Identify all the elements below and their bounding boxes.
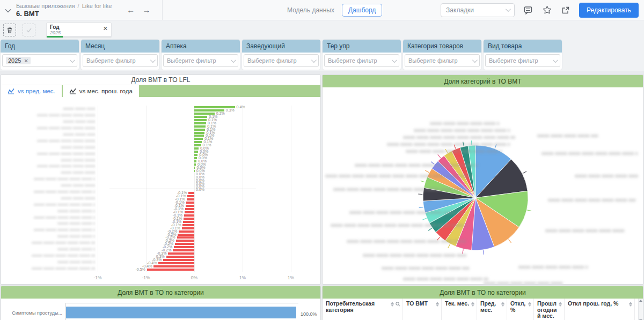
redacted-pie-label: xxxxx xxxxx xxxxx xxxxx xxxxx xxxxx xxxx… (406, 148, 502, 154)
bar-positive (194, 154, 197, 156)
redacted-category-label: xxxxx xxxxx xxxxx (1, 144, 96, 150)
category-bar-plot (65, 303, 298, 320)
table-scrollbar[interactable] (638, 299, 643, 320)
lfl-chart[interactable]: xxxxx xxxxx xxxxxxxxx xxxxx xxxxx xxxxx … (1, 97, 320, 285)
bar-negative (185, 211, 194, 213)
bar-positive (194, 151, 198, 153)
table-header-4[interactable]: Пред. мес. (477, 299, 507, 320)
filter-card-2: МесяцВыберите фильтр (81, 40, 159, 70)
sort-icon[interactable] (528, 302, 531, 307)
bar-positive (194, 157, 197, 159)
redacted-category-label: xxxxx xxxxx xxxxx xxxxx xxxxx xx (1, 240, 96, 246)
dashboard-chip[interactable]: Дашборд (342, 4, 382, 17)
pie-leader-line (428, 228, 432, 231)
share-export-icon[interactable] (560, 5, 571, 16)
filter-select-2[interactable]: Выберите фильтр (83, 54, 158, 67)
close-icon[interactable]: ✕ (103, 25, 108, 32)
filter-select-4[interactable]: Выберите фильтр (244, 54, 319, 67)
sort-icon[interactable] (436, 302, 439, 307)
redacted-pie-label: xxxxx xxxxx xxxxx xxxxx xxxxx xxxxx xxxx… (387, 142, 510, 147)
table-header-row: Потребительская категорияТО ВМТТек. мес.… (323, 299, 643, 320)
bar-positive (194, 135, 204, 137)
table-header-7[interactable]: Откл прош. год, % (565, 299, 635, 320)
model-data-link[interactable]: Модель данных (287, 6, 334, 14)
bar-negative (185, 208, 194, 210)
filter-select-7[interactable]: Выберите фильтр (485, 54, 560, 67)
edit-button[interactable]: Редактировать (579, 3, 639, 18)
redacted-category-label: xxxxx xxxxx xxxxx x (1, 246, 96, 252)
scroll-up-icon[interactable] (639, 300, 642, 302)
tab-label: vs мес. прош. года (79, 88, 133, 94)
filter-select-3[interactable]: Выберите фильтр (163, 54, 238, 67)
redacted-category-label: xxxxx xxxxx xxxxx xxxxx xxxxx x (1, 227, 96, 233)
breadcrumb: Базовые приложения/Like for like 6. ВМТ (16, 3, 112, 18)
bar-positive (194, 119, 207, 121)
comments-icon[interactable] (523, 5, 533, 16)
category-bar-chart[interactable]: Симптомы простуды... 100.0% (1, 299, 320, 320)
filter-select-5[interactable]: Выберите фильтр (324, 54, 399, 67)
redacted-category-label: xxxxx xxxxx xxxxx xxxxx xxxxx (1, 112, 96, 118)
sort-icon[interactable] (559, 302, 562, 307)
chart-tab-icon (69, 88, 76, 94)
bar-positive (194, 116, 207, 118)
category-bar-value: 100.0% (301, 311, 317, 317)
clear-filters-button[interactable] (3, 24, 16, 36)
sort-icon[interactable] (471, 302, 474, 307)
search-icon[interactable] (396, 301, 400, 308)
pie-chart[interactable]: xxxxx xxxxx xxxxx xxxxx xxxxx xxxxxx xxx… (323, 87, 643, 285)
apply-filters-button[interactable] (23, 24, 35, 36)
redacted-pie-label: xxxxx xxxxx xxxxx xxxxx xxxxx xxxxx xxxx… (414, 128, 510, 133)
panel-pie: Доля категорий в ТО ВМТ xxxxx xxxxx xxxx… (322, 75, 643, 285)
redacted-category-label: xxxxx xxxxx xxxxx x (1, 258, 96, 265)
tab-2[interactable]: vs мес. прош. года (63, 85, 140, 97)
bookmarks-select[interactable]: Закладки (441, 3, 515, 17)
filter-card-6: Категория товаровВыберите фильтр (403, 40, 481, 70)
category-bar[interactable] (66, 307, 296, 318)
redacted-pie-label: xxxxx xxxxx xxxxx xxxxx xxxxx xxxxx xxxx… (403, 135, 516, 140)
table-header-2[interactable]: ТО ВМТ (403, 299, 442, 320)
chevron-down-icon (150, 57, 156, 63)
sort-icon[interactable] (629, 302, 632, 307)
breadcrumb-lfl-link[interactable]: Like for like (82, 3, 112, 9)
filter-chip-name: Год (50, 24, 108, 30)
favorite-star-icon[interactable] (541, 5, 552, 16)
bar-negative (182, 227, 194, 229)
bar-negative (188, 192, 194, 194)
back-arrow-icon[interactable]: ← (127, 5, 135, 14)
bar-positive (194, 141, 202, 143)
table-header-3[interactable]: Тек. мес. (442, 299, 477, 320)
breadcrumb-apps-link[interactable]: Базовые приложения (16, 3, 75, 9)
redacted-category-label: xxxxx xxxxx xxxx (1, 106, 96, 112)
chart-tab-icon (8, 88, 14, 94)
redacted-pie-label: xxxxx xxxxx xxxxx xxxxx xxxxx xxxxx xxxx… (363, 252, 467, 258)
filter-select-1[interactable]: 2025✕ (2, 54, 77, 67)
sort-icon[interactable] (501, 302, 504, 307)
filter-select-6[interactable]: Выберите фильтр (405, 54, 480, 67)
pie-leader-line (509, 240, 511, 243)
divider (162, 0, 163, 20)
table-header-6[interactable]: Прошлогодний мес. (534, 299, 565, 320)
forward-arrow-icon[interactable]: → (142, 5, 150, 14)
redacted-category-label: xxxxx xxxxx xxxxx xxxxx xxxxx x (1, 214, 96, 220)
x-tick-label: -1% (93, 275, 101, 280)
remove-value-icon[interactable]: ✕ (24, 58, 28, 64)
x-tick-label: 1% (239, 275, 246, 280)
column-label: Откл прош. год, % (568, 301, 627, 307)
zero-axis-line (109, 189, 257, 189)
collapse-chevron-icon[interactable] (0, 5, 16, 15)
table-header-5[interactable]: Откл, % (507, 299, 534, 320)
redacted-category-label: xxxxx xxxxx xxxxx xxxxx xxxxx (1, 150, 96, 157)
filter-card-1: Год2025✕ (1, 40, 79, 70)
chevron-down-icon (70, 57, 75, 63)
x-tick-label: 0% (191, 275, 197, 280)
bar-positive (194, 160, 196, 162)
sort-icon[interactable] (391, 302, 394, 307)
bar-negative (175, 243, 194, 245)
tab-1[interactable]: vs пред. мес. (1, 85, 63, 97)
bar-negative (178, 234, 194, 236)
table-header-1[interactable]: Потребительская категория (323, 299, 403, 320)
active-filter-chip-year[interactable]: Год 2025 ✕ (46, 23, 112, 38)
bar-negative (163, 259, 194, 261)
bar-negative (147, 269, 194, 271)
redacted-pie-label: xxxxx xxxxx xxxxx xxxxx xxxxx xxxxx xx (403, 276, 489, 281)
